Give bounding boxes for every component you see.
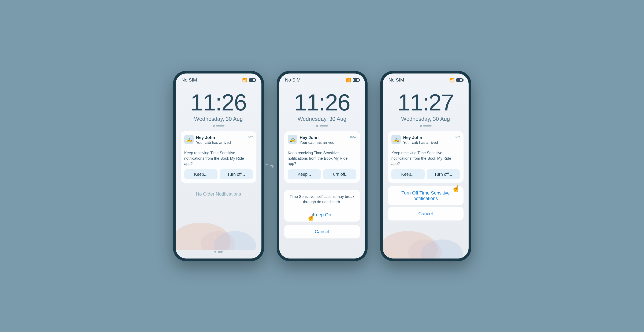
page-dot-1 [214, 251, 216, 253]
notif-divider-2 [288, 148, 356, 148]
notif-time-3: now [454, 135, 460, 139]
date-display-1: Wednesday, 30 Aug [194, 116, 243, 122]
time-display-2: 11:26 [294, 91, 350, 114]
notif-subtitle-2: Your cab has arrived [300, 140, 348, 145]
turn-off-ts-button-3[interactable]: Turn Off Time Sensitive notifications [388, 187, 463, 205]
wifi-icon-2: 📶 [346, 77, 351, 83]
battery-icon-3 [456, 78, 463, 82]
notif-text-3: Hey John Your cab has arrived [403, 135, 451, 145]
cab-app-icon-3: 🚕 [392, 135, 401, 144]
phone-1: No SIM 📶 11:26 Wednesday, 30 Aug [173, 71, 264, 261]
notification-card-3: 🚕 Hey John Your cab has arrived now Keep… [388, 131, 464, 183]
notif-body-3: Keep receiving Time Sensitive notificati… [392, 150, 460, 166]
focus-line-3 [423, 125, 432, 126]
svg-point-2 [176, 223, 230, 250]
notif-text-2: Hey John Your cab has arrived [300, 135, 348, 145]
notification-card-2: 🚕 Hey John Your cab has arrived now Keep… [284, 131, 360, 183]
page-indicator-1 [214, 251, 223, 253]
svg-point-4 [201, 231, 235, 250]
notification-card-1: 🚕 Hey John Your cab has arrived now Keep… [181, 131, 256, 183]
focus-dot-3 [420, 125, 422, 127]
cab-app-icon-2: 🚕 [288, 135, 297, 144]
svg-point-3 [214, 231, 256, 250]
cancel-button-2[interactable]: Cancel [284, 225, 360, 238]
status-bar-1: No SIM 📶 [176, 73, 262, 84]
battery-icon-2 [353, 78, 359, 82]
svg-point-7 [408, 240, 442, 259]
keep-button-3[interactable]: Keep... [392, 169, 424, 179]
focus-line-1 [216, 125, 224, 126]
carrier-label-2: No SIM [285, 77, 300, 83]
phone-2: No SIM 📶 11:26 Wednesday, 30 Aug [277, 71, 368, 261]
notif-divider-3 [392, 148, 460, 148]
notif-header-3: 🚕 Hey John Your cab has arrived now [392, 135, 460, 145]
focus-indicator-2 [316, 125, 328, 127]
keep-on-button-2[interactable]: Keep On [284, 208, 360, 221]
notif-title-3: Hey John [403, 135, 451, 140]
notif-body-1: Keep receiving Time Sensitive notificati… [184, 150, 253, 166]
date-display-2: Wednesday, 30 Aug [298, 116, 346, 122]
notif-buttons-1: Keep... Turn off... [184, 169, 253, 179]
action-sheet-cancel-3: Cancel [388, 207, 464, 221]
action-sheet-3: Turn Off Time Sensitive notifications [388, 186, 464, 205]
keep-button-1[interactable]: Keep... [184, 169, 218, 179]
cab-app-icon-1: 🚕 [184, 135, 194, 144]
status-bar-2: No SIM 📶 [279, 73, 365, 84]
notif-buttons-3: Keep... Turn off... [392, 169, 460, 179]
status-icons-2: 📶 [346, 77, 359, 83]
notif-header-2: 🚕 Hey John Your cab has arrived now [288, 135, 356, 145]
wifi-icon-1: 📶 [242, 77, 248, 83]
status-icons-3: 📶 [449, 77, 463, 83]
notif-time-1: now [246, 135, 252, 139]
status-icons-1: 📶 [242, 77, 256, 83]
turn-off-button-2[interactable]: Turn off... [323, 169, 356, 179]
turn-off-button-3[interactable]: Turn off... [427, 169, 460, 179]
lock-screen-1: 11:26 Wednesday, 30 Aug [176, 84, 262, 127]
wifi-icon-3: 📶 [449, 77, 455, 83]
phone-bottom-decor-1 [176, 199, 262, 259]
date-display-3: Wednesday, 30 Aug [401, 116, 450, 122]
notif-subtitle-1: Your cab has arrived [196, 140, 244, 145]
phone-3: No SIM 📶 11:27 Wednesday, 30 Aug [380, 71, 471, 261]
status-bar-3: No SIM 📶 [383, 73, 468, 84]
action-sheet-cancel-2: Cancel [284, 225, 360, 238]
action-sheet-2: Time Sensitive notifications may break t… [284, 190, 360, 222]
notif-divider-1 [184, 148, 253, 148]
notif-header-1: 🚕 Hey John Your cab has arrived now [184, 135, 253, 145]
lock-screen-2: 11:26 Wednesday, 30 Aug [279, 84, 365, 127]
svg-point-6 [421, 240, 463, 259]
cancel-button-3[interactable]: Cancel [388, 207, 463, 220]
notif-title-1: Hey John [196, 135, 244, 140]
keep-button-2[interactable]: Keep... [288, 169, 321, 179]
focus-dot-2 [316, 125, 318, 127]
carrier-label-1: No SIM [182, 77, 197, 83]
battery-icon-1 [249, 78, 256, 82]
focus-dot-1 [212, 125, 215, 127]
carrier-label-3: No SIM [389, 77, 404, 83]
notif-time-2: now [350, 135, 356, 139]
notif-subtitle-3: Your cab has arrived [403, 140, 451, 145]
lock-screen-3: 11:27 Wednesday, 30 Aug [383, 84, 468, 127]
no-older-1: No Older Notifications [176, 191, 262, 197]
focus-indicator-3 [420, 125, 432, 127]
notif-title-2: Hey John [300, 135, 348, 140]
svg-point-5 [383, 231, 438, 259]
page-dash-1 [218, 251, 223, 253]
notif-body-2: Keep receiving Time Sensitive notificati… [288, 150, 356, 166]
focus-line-2 [320, 125, 328, 126]
time-display-3: 11:27 [398, 91, 454, 114]
action-sheet-body-2: Time Sensitive notifications may break t… [284, 190, 360, 208]
focus-indicator-1 [212, 125, 224, 127]
time-display-1: 11:26 [190, 91, 246, 114]
notif-buttons-2: Keep... Turn off... [288, 169, 356, 179]
turn-off-button-1[interactable]: Turn off... [220, 169, 253, 179]
notif-text-1: Hey John Your cab has arrived [196, 135, 244, 145]
